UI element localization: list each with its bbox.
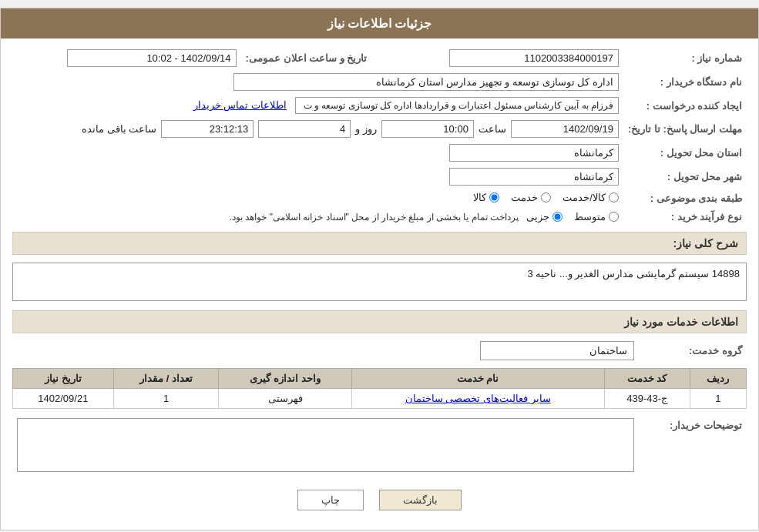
back-button[interactable]: بازگشت bbox=[379, 490, 462, 510]
buyer-name-label: نام دستگاه خریدار : bbox=[623, 70, 747, 94]
creator-label: ایجاد کننده درخواست : bbox=[623, 94, 747, 117]
reply-time-label: ساعت bbox=[479, 123, 506, 135]
category-label-kala: کالا bbox=[473, 192, 486, 203]
reply-days-label: روز و bbox=[355, 123, 377, 135]
process-type-label: نوع فرآیند خرید : bbox=[623, 208, 747, 226]
description-value: 14898 سیستم گرمایشی مدارس الغدیر و... نا… bbox=[12, 263, 747, 301]
announcement-datetime-label: تاریخ و ساعت اعلان عمومی: bbox=[241, 46, 372, 70]
page-title: جزئیات اطلاعات نیاز bbox=[1, 8, 758, 38]
announcement-datetime-value: 1402/09/14 - 10:02 bbox=[67, 49, 237, 67]
category-option-kala[interactable]: کالا bbox=[473, 192, 499, 203]
table-row: 1 ج-43-439 سایر فعالیت‌های تخصصی ساختمان… bbox=[13, 389, 747, 409]
reply-date: 1402/09/19 bbox=[511, 120, 619, 138]
cell-unit: فهرستی bbox=[219, 389, 351, 409]
process-option-motavasset[interactable]: متوسط bbox=[574, 211, 619, 223]
reply-days: 4 bbox=[258, 120, 351, 138]
col-header-unit: واحد اندازه گیری bbox=[219, 369, 351, 389]
category-label: طبقه بندی موضوعی : bbox=[623, 189, 747, 208]
process-label-jozei: جزیی bbox=[526, 211, 549, 223]
process-label-motavasset: متوسط bbox=[574, 211, 606, 223]
cell-row: 1 bbox=[690, 389, 746, 409]
city-label: شهر محل تحویل : bbox=[623, 165, 747, 189]
category-label-khedmat: خدمت bbox=[511, 192, 538, 203]
need-number-value: 1102003384000197 bbox=[449, 49, 619, 67]
creator-contact-link[interactable]: اطلاعات تماس خریدار bbox=[193, 99, 287, 111]
description-section-title: شرح کلی نیاز: bbox=[12, 232, 747, 255]
category-option-kala-khedmat[interactable]: کالا/خدمت bbox=[563, 192, 619, 203]
buyer-notes-label: توضیحات خریدار: bbox=[639, 415, 747, 477]
print-button[interactable]: چاپ bbox=[297, 490, 364, 510]
reply-remaining-label: ساعت باقی مانده bbox=[82, 123, 156, 135]
service-group-value: ساختمان bbox=[480, 341, 634, 360]
cell-name[interactable]: سایر فعالیت‌های تخصصی ساختمان bbox=[351, 389, 604, 409]
col-header-code: کد خدمت bbox=[604, 369, 690, 389]
col-header-name: نام خدمت bbox=[351, 369, 604, 389]
col-header-row: ردیف bbox=[690, 369, 746, 389]
need-number-label: شماره نیاز : bbox=[623, 46, 747, 70]
creator-value: فرزام به آیین کارشناس مسئول اعتبارات و ق… bbox=[295, 97, 619, 114]
service-group-label: گروه خدمت: bbox=[639, 338, 747, 363]
province-value: کرمانشاه bbox=[449, 144, 619, 162]
col-header-quantity: تعداد / مقدار bbox=[113, 369, 219, 389]
reply-deadline-label: مهلت ارسال پاسخ: تا تاریخ: bbox=[623, 117, 747, 141]
cell-quantity: 1 bbox=[113, 389, 219, 409]
process-radio-group: متوسط جزیی bbox=[526, 211, 619, 223]
buyer-name-value: اداره کل توسازی توسعه و تجهیز مدارس استا… bbox=[233, 73, 619, 91]
reply-remaining: 23:12:13 bbox=[161, 120, 254, 138]
reply-time: 10:00 bbox=[381, 120, 474, 138]
category-label-kala-khedmat: کالا/خدمت bbox=[563, 192, 606, 203]
process-option-jozei[interactable]: جزیی bbox=[526, 211, 563, 223]
services-section-title: اطلاعات خدمات مورد نیاز bbox=[12, 310, 747, 333]
category-option-khedmat[interactable]: خدمت bbox=[511, 192, 551, 203]
buyer-notes-textarea[interactable] bbox=[17, 418, 634, 472]
city-value: کرمانشاه bbox=[449, 168, 619, 186]
col-header-date: تاریخ نیاز bbox=[13, 369, 114, 389]
province-label: استان محل تحویل : bbox=[623, 141, 747, 165]
cell-code: ج-43-439 bbox=[604, 389, 690, 409]
category-radio-group: کالا/خدمت خدمت کالا bbox=[473, 192, 619, 203]
cell-date: 1402/09/21 bbox=[13, 389, 114, 409]
process-note: پرداخت تمام یا بخشی از مبلغ خریدار از مح… bbox=[230, 212, 519, 223]
